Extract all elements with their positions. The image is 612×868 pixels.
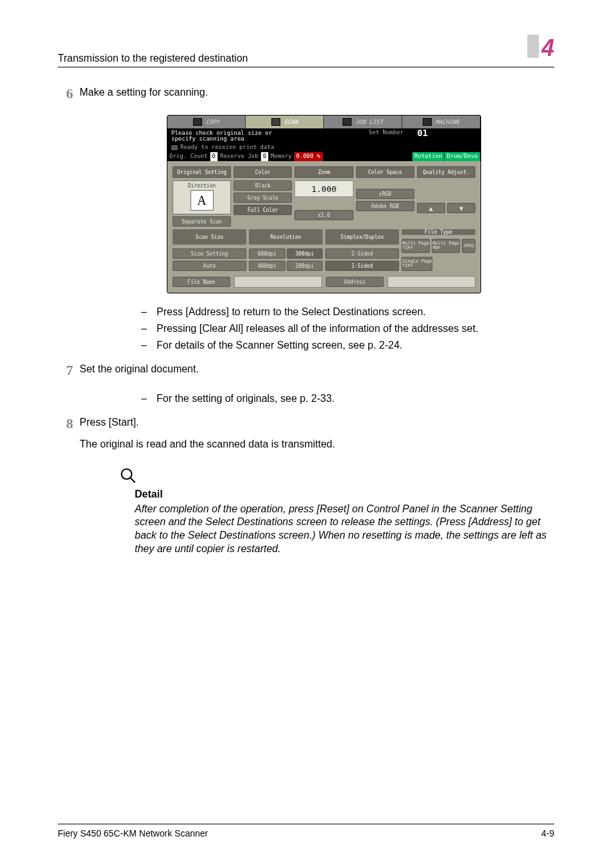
adobe-rgb-button[interactable]: Adobe RGB: [356, 201, 414, 211]
one-sided-button[interactable]: 1-Sided: [325, 261, 399, 271]
step-text: Press [Start].: [80, 415, 554, 430]
step-number: 6: [58, 85, 80, 105]
machine-icon: [423, 118, 432, 126]
hdr-zoom: Zoom: [294, 166, 353, 178]
res-200-button[interactable]: 200dpi: [287, 261, 323, 271]
arrow-down-button[interactable]: ▼: [447, 203, 475, 213]
footer-page: 4-9: [541, 828, 554, 838]
memory-label: Memory: [269, 152, 294, 161]
step-7: 7 Set the original document.: [58, 362, 554, 381]
address-button[interactable]: Address: [326, 277, 384, 287]
step-6: 6 Make a setting for scanning.: [58, 85, 554, 105]
color-full-button[interactable]: Full Color: [234, 205, 292, 215]
rotation-status: Rotation: [412, 152, 445, 161]
res-300-button[interactable]: 300dpi: [287, 248, 323, 259]
two-sided-button[interactable]: 2-Sided: [325, 248, 399, 259]
page-footer: Fiery S450 65C-KM Network Scanner 4-9: [58, 824, 554, 838]
note-address: Press [Address] to return to the Select …: [157, 305, 426, 319]
hdr-color-space: Color Space: [356, 166, 414, 178]
hdr-color: Color: [234, 166, 292, 178]
direction-label: Direction: [175, 183, 228, 189]
size-auto-button[interactable]: Auto: [173, 261, 246, 271]
direction-box: Direction A: [173, 180, 231, 214]
printer-icon: [171, 145, 178, 150]
scan-size-header: Scan Size: [173, 229, 246, 245]
ready-status: Ready to receive print data: [171, 144, 274, 151]
set-number-value: 01: [417, 128, 428, 138]
tab-scan[interactable]: SCAN: [246, 116, 324, 128]
file-name-button[interactable]: File Name: [173, 277, 230, 287]
status-bar: Orig. Count 0 Reserve Job 0 Memory 0.000…: [167, 152, 480, 161]
step7-notes: –For the setting of originals, see p. 2-…: [141, 392, 554, 406]
tab-machine[interactable]: MACHINE: [402, 116, 480, 128]
device-screenshot: COPY SCAN JOB LIST MACHINE Please check …: [167, 115, 481, 294]
res-400-button[interactable]: 400dpi: [249, 261, 285, 271]
footer-product: Fiery S450 65C-KM Network Scanner: [58, 828, 208, 838]
joblist-icon: [343, 118, 352, 126]
msg-line2: specify scanning area: [171, 136, 477, 143]
note-clearall: Pressing [Clear All] releases all of the…: [157, 322, 479, 336]
svg-point-0: [122, 469, 132, 479]
top-tab-bar: COPY SCAN JOB LIST MACHINE: [167, 116, 480, 128]
srgb-button[interactable]: sRGB: [356, 189, 414, 199]
set-number-label: Set Number: [369, 130, 404, 136]
address-field-right: [387, 276, 475, 288]
detail-block: Detail After completion of the operation…: [135, 467, 554, 556]
step-number: 8: [58, 415, 80, 456]
message-bar: Please check original size or specify sc…: [167, 128, 480, 153]
orig-count-label: Orig. Count: [167, 152, 210, 161]
multipage-tiff-button[interactable]: Multi Page TIFF: [402, 239, 430, 253]
step8-followup: The original is read and the scanned dat…: [80, 437, 554, 451]
scan-icon: [271, 118, 280, 126]
reserve-job-label: Reserve Job: [218, 152, 261, 161]
color-gray-button[interactable]: Gray Scale: [234, 193, 292, 203]
note-originals: For the setting of originals, see p. 2-3…: [157, 392, 334, 406]
size-setting-button[interactable]: Size Setting: [173, 248, 246, 259]
multipage-pdf-button[interactable]: Multi Page PDF: [432, 239, 460, 253]
res-600-button[interactable]: 600dpi: [249, 248, 285, 259]
detail-heading: Detail: [135, 489, 554, 500]
zoom-x1-button[interactable]: x1.0: [294, 210, 353, 220]
color-black-button[interactable]: Black: [234, 180, 292, 191]
step6-notes: –Press [Address] to return to the Select…: [141, 305, 554, 352]
page-header: Transmission to the registered destinati…: [58, 39, 554, 67]
zoom-value: 1.000: [294, 180, 353, 197]
simplex-duplex-header: Simplex/Duplex: [325, 229, 399, 245]
orig-count-value: 0: [210, 152, 218, 161]
jpeg-button[interactable]: JPEG: [462, 239, 475, 253]
note-details: For details of the Scanner Setting scree…: [157, 338, 402, 352]
hdr-original-setting[interactable]: Original Setting: [173, 166, 231, 178]
step-text: Make a setting for scanning.: [80, 85, 554, 100]
tab-joblist[interactable]: JOB LIST: [324, 116, 402, 128]
hdr-quality-adjust[interactable]: Quality Adjust.: [417, 166, 475, 178]
resolution-header: Resolution: [249, 229, 323, 245]
magnifier-icon: [119, 467, 137, 485]
step-8: 8 Press [Start]. The original is read an…: [58, 415, 554, 456]
scanner-settings-panel: Original Setting Color Zoom Color Space …: [167, 161, 480, 293]
separate-scan-button[interactable]: Separate Scan: [173, 216, 231, 227]
detail-body: After completion of the operation, press…: [135, 503, 554, 556]
chapter-badge: 4: [527, 39, 554, 65]
section-title: Transmission to the registered destinati…: [58, 53, 527, 64]
copy-icon: [193, 118, 202, 126]
svg-line-1: [131, 478, 135, 482]
memory-value: 0.000 %: [294, 152, 323, 161]
file-type-header: File Type: [402, 229, 475, 235]
tab-copy[interactable]: COPY: [167, 116, 246, 128]
chapter-number: 4: [541, 35, 554, 62]
arrow-up-button[interactable]: ▲: [417, 203, 445, 213]
step-number: 7: [58, 362, 80, 381]
file-name-field[interactable]: [234, 276, 322, 288]
step-text: Set the original document.: [80, 362, 554, 376]
drum-status: Drum/Deve: [445, 152, 480, 161]
direction-value[interactable]: A: [191, 190, 214, 211]
singlepage-tiff-button[interactable]: Single Page TIFF: [402, 257, 432, 271]
reserve-job-value: 0: [261, 152, 269, 161]
